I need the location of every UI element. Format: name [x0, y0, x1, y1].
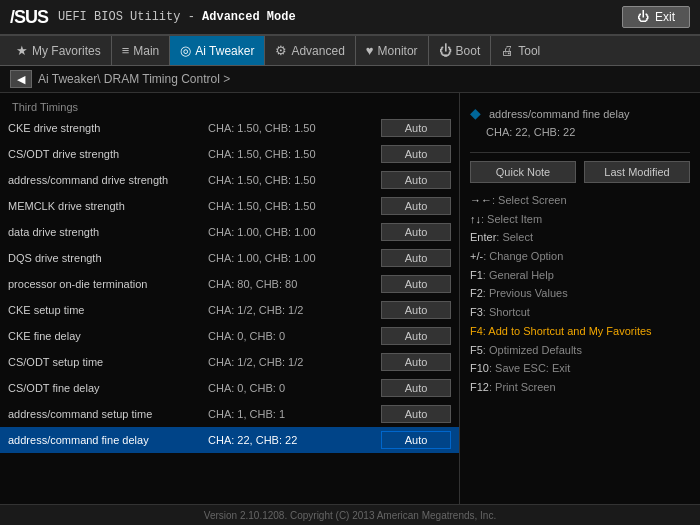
- setting-value: CHA: 1/2, CHB: 1/2: [208, 356, 381, 368]
- nav-label: Advanced: [291, 44, 344, 58]
- exit-label: Exit: [655, 10, 675, 24]
- nav-icon: ★: [16, 43, 28, 58]
- setting-value: CHA: 1.00, CHB: 1.00: [208, 252, 381, 264]
- shortcut-desc: : Optimized Defaults: [483, 344, 582, 356]
- shortcut-item: →←: Select Screen: [470, 191, 690, 210]
- nav-icon: ◎: [180, 43, 191, 58]
- shortcuts-panel: →←: Select Screen↑↓: Select ItemEnter: S…: [470, 191, 690, 397]
- shortcut-item: F10: Save ESC: Exit: [470, 359, 690, 378]
- shortcut-key: F4: Add to Shortcut and My Favorites: [470, 325, 652, 337]
- shortcut-key: ↑↓: [470, 213, 481, 225]
- auto-button[interactable]: Auto: [381, 171, 451, 189]
- nav-label: Monitor: [378, 44, 418, 58]
- nav-item-ai-tweaker[interactable]: ◎Ai Tweaker: [170, 36, 265, 65]
- right-panel: ◆ address/command fine delay CHA: 22, CH…: [460, 93, 700, 504]
- shortcut-desc: : Print Screen: [489, 381, 556, 393]
- table-row[interactable]: address/command drive strengthCHA: 1.50,…: [0, 167, 459, 193]
- nav-icon: ⚙: [275, 43, 287, 58]
- nav-item-tool[interactable]: 🖨Tool: [491, 36, 550, 65]
- auto-button[interactable]: Auto: [381, 223, 451, 241]
- nav-icon: ⏻: [439, 43, 452, 58]
- shortcut-key: +/-: [470, 250, 483, 262]
- auto-button[interactable]: Auto: [381, 431, 451, 449]
- nav-item-advanced[interactable]: ⚙Advanced: [265, 36, 355, 65]
- exit-button[interactable]: ⏻ Exit: [622, 6, 690, 28]
- setting-value: CHA: 1.50, CHB: 1.50: [208, 122, 381, 134]
- bios-title: UEFI BIOS Utility - Advanced Mode: [58, 10, 296, 24]
- power-icon: ⏻: [637, 10, 649, 24]
- table-row[interactable]: CKE setup timeCHA: 1/2, CHB: 1/2Auto: [0, 297, 459, 323]
- setting-value: CHA: 1, CHB: 1: [208, 408, 381, 420]
- footer-text: Version 2.10.1208. Copyright (C) 2013 Am…: [204, 510, 496, 521]
- table-row[interactable]: address/command fine delayCHA: 22, CHB: …: [0, 427, 459, 453]
- setting-value: CHA: 1.50, CHB: 1.50: [208, 174, 381, 186]
- table-row[interactable]: CS/ODT fine delayCHA: 0, CHB: 0Auto: [0, 375, 459, 401]
- shortcut-desc: : Select: [496, 231, 533, 243]
- auto-button[interactable]: Auto: [381, 275, 451, 293]
- left-panel: Third Timings CKE drive strengthCHA: 1.5…: [0, 93, 460, 504]
- shortcut-key: F3: [470, 306, 483, 318]
- table-row[interactable]: DQS drive strengthCHA: 1.00, CHB: 1.00Au…: [0, 245, 459, 271]
- setting-name: processor on-die termination: [8, 278, 208, 290]
- auto-button[interactable]: Auto: [381, 301, 451, 319]
- shortcut-desc: : Previous Values: [483, 287, 568, 299]
- auto-button[interactable]: Auto: [381, 327, 451, 345]
- table-row[interactable]: CS/ODT drive strengthCHA: 1.50, CHB: 1.5…: [0, 141, 459, 167]
- breadcrumb-bar: ◀ Ai Tweaker\ DRAM Timing Control >: [0, 66, 700, 93]
- table-row[interactable]: address/command setup timeCHA: 1, CHB: 1…: [0, 401, 459, 427]
- table-row[interactable]: CKE fine delayCHA: 0, CHB: 0Auto: [0, 323, 459, 349]
- setting-name: CKE setup time: [8, 304, 208, 316]
- quick-note-button[interactable]: Quick Note: [470, 161, 576, 183]
- nav-item-monitor[interactable]: ♥Monitor: [356, 36, 429, 65]
- nav-bar: ★My Favorites≡Main◎Ai Tweaker⚙Advanced♥M…: [0, 36, 700, 66]
- header-bar: /SUS UEFI BIOS Utility - Advanced Mode ⏻…: [0, 0, 700, 36]
- right-arrow: ◆: [470, 105, 485, 121]
- back-button[interactable]: ◀: [10, 70, 32, 88]
- table-row[interactable]: MEMCLK drive strengthCHA: 1.50, CHB: 1.5…: [0, 193, 459, 219]
- logo-area: /SUS UEFI BIOS Utility - Advanced Mode: [10, 7, 296, 28]
- setting-name: address/command drive strength: [8, 174, 208, 186]
- auto-button[interactable]: Auto: [381, 145, 451, 163]
- shortcut-desc: : Select Item: [481, 213, 542, 225]
- shortcut-key: F12: [470, 381, 489, 393]
- shortcut-desc: : Change Option: [483, 250, 563, 262]
- table-row[interactable]: CS/ODT setup timeCHA: 1/2, CHB: 1/2Auto: [0, 349, 459, 375]
- shortcut-item: F2: Previous Values: [470, 284, 690, 303]
- auto-button[interactable]: Auto: [381, 197, 451, 215]
- auto-button[interactable]: Auto: [381, 119, 451, 137]
- nav-item-main[interactable]: ≡Main: [112, 36, 171, 65]
- nav-label: Tool: [518, 44, 540, 58]
- shortcut-desc: : Shortcut: [483, 306, 530, 318]
- shortcut-item: Enter: Select: [470, 228, 690, 247]
- table-row[interactable]: processor on-die terminationCHA: 80, CHB…: [0, 271, 459, 297]
- setting-value: CHA: 1.50, CHB: 1.50: [208, 148, 381, 160]
- nav-icon: 🖨: [501, 43, 514, 58]
- info-value: CHA: 22, CHB: 22: [470, 126, 575, 138]
- main-content: Third Timings CKE drive strengthCHA: 1.5…: [0, 93, 700, 504]
- quick-actions: Quick Note Last Modified: [470, 161, 690, 183]
- setting-value: CHA: 1.00, CHB: 1.00: [208, 226, 381, 238]
- setting-name: MEMCLK drive strength: [8, 200, 208, 212]
- setting-name: address/command fine delay: [8, 434, 208, 446]
- auto-button[interactable]: Auto: [381, 405, 451, 423]
- auto-button[interactable]: Auto: [381, 249, 451, 267]
- shortcut-key: F10: [470, 362, 489, 374]
- auto-button[interactable]: Auto: [381, 353, 451, 371]
- table-row[interactable]: data drive strengthCHA: 1.00, CHB: 1.00A…: [0, 219, 459, 245]
- auto-button[interactable]: Auto: [381, 379, 451, 397]
- setting-value: CHA: 0, CHB: 0: [208, 382, 381, 394]
- table-row[interactable]: CKE drive strengthCHA: 1.50, CHB: 1.50Au…: [0, 115, 459, 141]
- last-modified-button[interactable]: Last Modified: [584, 161, 690, 183]
- shortcut-key: F2: [470, 287, 483, 299]
- setting-name: CS/ODT fine delay: [8, 382, 208, 394]
- nav-item-boot[interactable]: ⏻Boot: [429, 36, 492, 65]
- nav-item-my-favorites[interactable]: ★My Favorites: [6, 36, 112, 65]
- section-header: Third Timings: [0, 97, 459, 115]
- info-label: address/command fine delay: [489, 108, 630, 120]
- shortcut-desc: : Select Screen: [492, 194, 567, 206]
- setting-value: CHA: 1/2, CHB: 1/2: [208, 304, 381, 316]
- setting-name: address/command setup time: [8, 408, 208, 420]
- nav-label: Main: [133, 44, 159, 58]
- nav-icon: ≡: [122, 43, 130, 58]
- shortcut-key: F1: [470, 269, 483, 281]
